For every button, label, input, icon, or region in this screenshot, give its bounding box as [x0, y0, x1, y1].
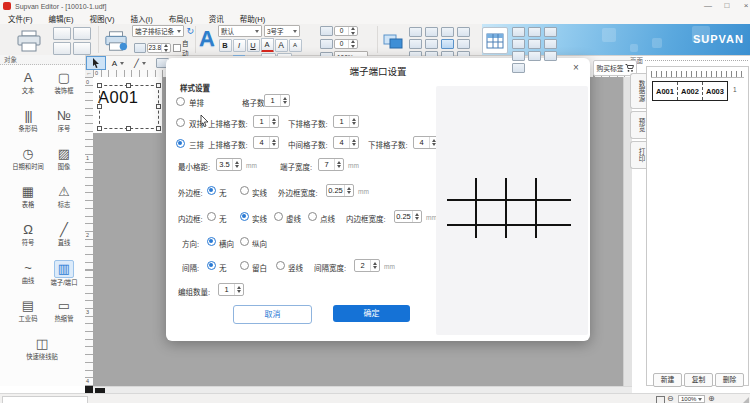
- auto-checkbox[interactable]: [173, 44, 181, 52]
- selection-handle[interactable]: [156, 126, 161, 131]
- label-length-spinner[interactable]: 23.8: [147, 43, 171, 53]
- triple-top-spinner[interactable]: 4: [253, 136, 279, 149]
- sidebar-item-industrial-code[interactable]: ▤ 工业码: [10, 298, 46, 323]
- menu-insert[interactable]: 插入(I): [123, 13, 161, 24]
- selection-handle[interactable]: [97, 83, 102, 88]
- export-icon[interactable]: [53, 42, 71, 55]
- italic-button[interactable]: I: [233, 39, 246, 52]
- triple-mid-spinner[interactable]: 4: [333, 136, 359, 149]
- inner-dot-radio[interactable]: [308, 212, 317, 221]
- menu-layout[interactable]: 布局(L): [161, 13, 201, 24]
- printer-settings-button[interactable]: [101, 26, 131, 55]
- gap-line-radio[interactable]: [276, 261, 285, 270]
- direction-horizontal-radio[interactable]: [207, 237, 216, 246]
- sidebar-item-line[interactable]: ╱ 直线: [46, 222, 82, 247]
- sidebar-item-terminal-port[interactable]: ▥ 端子/端口: [46, 260, 82, 287]
- print-button[interactable]: [6, 26, 52, 55]
- tab-preview[interactable]: 预览: [630, 111, 646, 139]
- menu-help[interactable]: 帮助(H): [232, 13, 273, 24]
- resize-grip[interactable]: [743, 397, 749, 403]
- sidebar-item-serial[interactable]: № 序号: [46, 108, 82, 133]
- sidebar-item-text[interactable]: A 文本: [10, 70, 46, 95]
- sidebar-item-barcode[interactable]: ||| 条形码: [10, 108, 46, 133]
- increase-font-icon[interactable]: A: [275, 39, 288, 52]
- group-count-spinner[interactable]: 1: [218, 283, 244, 296]
- selection-handle[interactable]: [126, 126, 131, 131]
- label-object[interactable]: A001: [93, 77, 162, 133]
- selection-handle[interactable]: [156, 83, 161, 88]
- double-top-spinner[interactable]: 1: [253, 115, 279, 128]
- sidebar-item-heat-shrink[interactable]: ▭ 热缩管: [46, 298, 82, 323]
- order-tool-icon[interactable]: [544, 39, 557, 49]
- selection-handle[interactable]: [97, 104, 102, 109]
- menu-file[interactable]: 文件(F): [0, 13, 41, 24]
- single-cells-spinner[interactable]: 1: [264, 94, 290, 107]
- insert-table-button[interactable]: [482, 27, 508, 54]
- copy-page-button[interactable]: 复制: [684, 373, 713, 387]
- ok-button[interactable]: 确定: [333, 305, 410, 322]
- arrange-tool-icon[interactable]: [457, 27, 470, 37]
- arrange-tool-icon[interactable]: [425, 27, 438, 37]
- refresh-icon[interactable]: ↻: [186, 26, 194, 36]
- terminal-width-spinner[interactable]: 7: [318, 158, 344, 171]
- inner-solid-radio[interactable]: [240, 212, 249, 221]
- order-tool-icon[interactable]: [512, 63, 525, 73]
- menu-edit[interactable]: 编辑(E): [41, 13, 82, 24]
- outer-none-radio[interactable]: [207, 186, 216, 195]
- arrange-tool-icon[interactable]: [409, 39, 422, 49]
- decrease-font-icon[interactable]: A: [289, 39, 302, 52]
- selection-handle[interactable]: [156, 104, 161, 109]
- order-tool-icon[interactable]: [544, 51, 557, 61]
- order-tool-icon[interactable]: [528, 39, 541, 49]
- order-tool-icon[interactable]: [512, 39, 525, 49]
- selection-handle[interactable]: [126, 83, 131, 88]
- print-preview-icon[interactable]: [53, 27, 71, 40]
- sidebar-item-sign[interactable]: ⚠ 标志: [46, 184, 82, 209]
- zoom-out-icon[interactable]: ⊖: [667, 394, 674, 403]
- selection-handle[interactable]: [97, 126, 102, 131]
- font-size-select[interactable]: 3号字: [264, 25, 300, 37]
- arrange-tool-icon[interactable]: [441, 27, 454, 37]
- inner-dash-radio[interactable]: [274, 212, 283, 221]
- underline-button[interactable]: U: [247, 39, 260, 52]
- cancel-button[interactable]: 取消: [233, 305, 312, 324]
- char-spacing-spinner[interactable]: 0: [334, 26, 358, 36]
- sidebar-item-curve[interactable]: ~ 曲线: [10, 260, 46, 285]
- min-pitch-spinner[interactable]: 3.5: [216, 158, 242, 171]
- outer-width-spinner[interactable]: 0.25: [326, 184, 354, 197]
- new-page-button[interactable]: 新建: [653, 373, 682, 387]
- order-tool-icon[interactable]: [544, 27, 557, 37]
- order-tool-icon[interactable]: [512, 51, 525, 61]
- text-tool-button[interactable]: A: [108, 56, 128, 70]
- zoom-level-select[interactable]: 100%: [678, 395, 705, 403]
- outer-solid-radio[interactable]: [240, 186, 249, 195]
- select-tool-button[interactable]: [86, 56, 106, 70]
- bold-button[interactable]: B: [219, 39, 232, 52]
- object-style-button[interactable]: [380, 27, 406, 54]
- sidebar-item-image[interactable]: ▨ 图像: [46, 146, 82, 171]
- dialog-close-button[interactable]: ×: [570, 62, 582, 74]
- arrange-tool-icon[interactable]: [457, 39, 470, 49]
- minimize-button[interactable]: —: [700, 1, 716, 10]
- page-setup-icon[interactable]: [73, 27, 91, 40]
- delete-page-button[interactable]: 删除: [715, 373, 744, 387]
- tab-data-source[interactable]: 数据源: [630, 73, 646, 109]
- font-color-button[interactable]: A: [261, 38, 274, 52]
- page-thumbnail[interactable]: A001 A002 A003: [652, 81, 728, 101]
- gap-width-spinner[interactable]: 2: [354, 259, 380, 272]
- tab-print[interactable]: 打印: [630, 141, 646, 169]
- close-button[interactable]: ×: [738, 1, 750, 10]
- sidebar-item-datetime[interactable]: ◷ 日期和时间: [10, 146, 46, 171]
- order-tool-icon[interactable]: [512, 27, 525, 37]
- sidebar-item-cable-wrap[interactable]: ◫ 快速绕线贴: [4, 336, 80, 361]
- zoom-in-icon[interactable]: ⊕: [708, 394, 715, 403]
- sidebar-item-symbol[interactable]: Ω 符号: [10, 222, 46, 247]
- arrange-tool-icon[interactable]: [441, 39, 454, 49]
- order-tool-icon[interactable]: [528, 51, 541, 61]
- maximize-button[interactable]: □: [719, 1, 735, 10]
- line-tool-button[interactable]: ╱: [130, 56, 150, 70]
- inner-none-radio[interactable]: [207, 212, 216, 221]
- menu-view[interactable]: 视图(V): [82, 13, 123, 24]
- sidebar-item-frame[interactable]: ▢ 装饰框: [46, 70, 82, 95]
- label-type-select[interactable]: 端子排标记条: [132, 25, 184, 37]
